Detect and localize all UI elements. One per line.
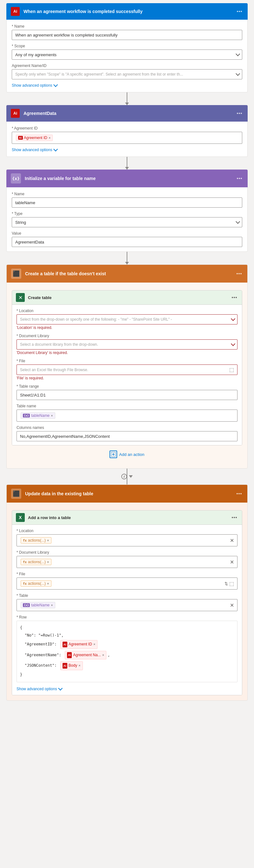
scope-update-menu[interactable] xyxy=(235,492,243,496)
scope-update-title: Update data in the existing table xyxy=(25,491,235,496)
menu-dot xyxy=(239,178,240,179)
agreement-data-menu[interactable] xyxy=(235,112,243,115)
show-advanced-label-3: Show advanced options xyxy=(17,687,57,691)
adobe-icon-tiny-3: Ai xyxy=(63,663,67,669)
var-name-input[interactable] xyxy=(12,197,242,208)
trigger-name-input[interactable] xyxy=(12,30,242,40)
table-name-field[interactable]: {x} tableName × xyxy=(17,409,237,422)
row-file-label: * File xyxy=(17,572,237,576)
menu-dot xyxy=(237,11,238,12)
token-close-icon[interactable]: × xyxy=(78,662,80,669)
show-advanced-trigger[interactable]: Show advanced options xyxy=(12,83,242,88)
scope-create-header: ⬛ Create a table if the table doesn't ex… xyxy=(7,265,247,283)
scope-create-menu[interactable] xyxy=(235,272,243,276)
init-variable-header: {x} Initialize a variable for table name xyxy=(6,169,248,187)
close-icon: ✕ xyxy=(230,559,234,565)
agreement-id-json-token: Ai Agreement ID × xyxy=(60,640,97,649)
connector-3 xyxy=(127,252,127,265)
row-doc-library-label: * Document Library xyxy=(17,550,237,555)
doc-library-dropdown[interactable]: Select a document library from the drop-… xyxy=(17,339,237,349)
agreement-id-field[interactable]: Ai Agreement ID × xyxy=(12,132,242,144)
json-line-json-content: "JSONContent": Ai Body × xyxy=(20,660,234,671)
fx-icon: fx xyxy=(23,560,27,564)
doc-library-placeholder: Select a document library from the drop-… xyxy=(20,342,98,347)
row-table-field[interactable]: {x} tableName × ✕ xyxy=(17,599,237,611)
json-line-close: } xyxy=(20,671,234,679)
connector-arrow xyxy=(125,167,129,169)
sort-icon: ⇅ xyxy=(224,581,228,586)
agreement-id-label: Agreement Name/ID xyxy=(12,63,242,68)
trigger-card-header: Ai When an agreement workflow is complet… xyxy=(6,3,248,20)
add-row-menu[interactable] xyxy=(230,516,238,519)
show-advanced-update[interactable]: Show advanced options xyxy=(17,687,237,691)
menu-dot xyxy=(234,297,235,298)
agreement-id-placeholder: Specify only when "Scope" is "A specific… xyxy=(15,72,183,76)
doc-library-error: 'Document Library' is required. xyxy=(17,350,237,355)
var-type-dropdown[interactable]: String xyxy=(12,217,242,227)
json-agreement-name-key: "AgreementName": xyxy=(20,652,63,659)
agreement-id-dropdown[interactable]: Specify only when "Scope" is "A specific… xyxy=(12,69,242,80)
row-file-field[interactable]: fx actions(...) × ⇅ ⬚ xyxy=(17,578,237,590)
row-location-field[interactable]: fx actions(...) × ✕ xyxy=(17,534,237,547)
location-placeholder: Select from the drop-down or specify one… xyxy=(20,317,172,321)
json-line-open: { xyxy=(20,624,234,632)
file-label: * File xyxy=(17,359,237,363)
add-action-area[interactable]: Add an action xyxy=(12,445,242,463)
file-input[interactable]: Select an Excel file through File Browse… xyxy=(17,365,237,375)
token-close-icon[interactable]: × xyxy=(93,641,95,648)
scope-dropdown[interactable]: Any of my agreements xyxy=(12,50,242,60)
create-table-title: Create table xyxy=(28,295,230,300)
body-json-token: Ai Body × xyxy=(60,661,83,670)
menu-dot xyxy=(234,517,235,518)
file-browse-icon: ⬚ xyxy=(229,367,234,373)
token-close-icon[interactable]: × xyxy=(49,136,51,140)
columns-label: Columns names xyxy=(17,426,237,430)
row-doc-library-field[interactable]: fx actions(...) × ✕ xyxy=(17,556,237,568)
close-icon: ✕ xyxy=(230,602,234,608)
adobe-icon-tiny-2: Ai xyxy=(67,652,72,658)
doc-library-label: * Document Library xyxy=(17,334,237,338)
scope-create-container: ⬛ Create a table if the table doesn't ex… xyxy=(6,265,248,469)
file-controls: ⇅ ⬚ xyxy=(224,581,234,587)
menu-dot xyxy=(239,113,240,114)
fx-icon: fx xyxy=(23,582,27,585)
trigger-card: Ai When an agreement workflow is complet… xyxy=(6,3,248,92)
token-close-icon[interactable]: × xyxy=(47,560,49,564)
connector-arrow xyxy=(125,102,129,105)
connector-arrow xyxy=(129,475,133,478)
agreement-id-token: Ai Agreement ID × xyxy=(16,134,53,141)
create-table-inner-card: ✕ Create table * Location Select from th… xyxy=(12,290,242,445)
table-range-input[interactable] xyxy=(17,390,237,400)
fx-icon: fx xyxy=(23,539,27,542)
scope-update-icon: ⬛ xyxy=(11,489,21,499)
add-row-inner-card: X Add a row into a table * Location fx a… xyxy=(12,510,242,695)
connector-1 xyxy=(127,92,127,105)
chevron-down-icon xyxy=(231,316,235,321)
menu-dot xyxy=(235,297,237,298)
row-file-token: fx actions(...) × xyxy=(21,580,52,587)
agreement-data-title: AgreementData xyxy=(24,111,235,116)
location-dropdown[interactable]: Select from the drop-down or specify one… xyxy=(17,314,237,324)
token-close-icon[interactable]: × xyxy=(47,538,49,542)
row-json-box[interactable]: { "No": "=Row()-1", "AgreementID": Ai Ag… xyxy=(17,621,237,682)
create-table-inner-header: ✕ Create table xyxy=(12,290,242,305)
scope-update-container: ⬛ Update data in the existing table X Ad… xyxy=(6,485,248,701)
var-icon-small-2: {x} xyxy=(23,603,30,607)
file-placeholder: Select an Excel file through File Browse… xyxy=(20,368,88,372)
adobe-icon-tiny: Ai xyxy=(63,642,67,647)
close-icon: ✕ xyxy=(230,537,234,544)
row-doc-library-token-label: actions(...) xyxy=(28,560,46,564)
columns-input[interactable] xyxy=(17,431,237,441)
token-close-icon[interactable]: × xyxy=(47,582,49,585)
token-close-icon[interactable]: × xyxy=(51,603,53,607)
create-table-menu[interactable] xyxy=(230,296,238,300)
init-variable-menu[interactable] xyxy=(235,177,243,180)
agreement-data-card: Ai AgreementData * Agreement ID Ai Agree… xyxy=(6,105,248,157)
var-value-input[interactable] xyxy=(12,237,242,247)
chevron-down-icon xyxy=(53,83,58,87)
token-close-icon[interactable]: × xyxy=(102,652,104,658)
name-label: * Name xyxy=(12,24,242,29)
show-advanced-agreement[interactable]: Show advanced options xyxy=(12,148,242,152)
token-close-icon[interactable]: × xyxy=(51,414,53,417)
trigger-menu[interactable] xyxy=(235,9,243,13)
